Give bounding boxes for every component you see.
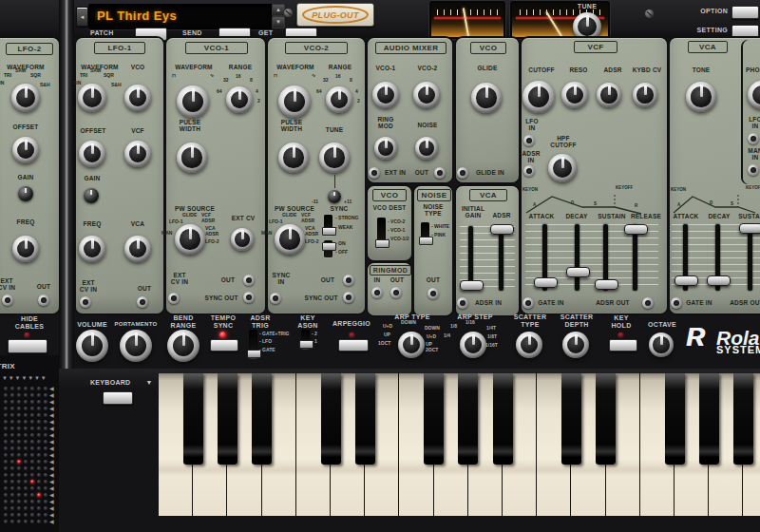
black-key[interactable] bbox=[321, 373, 341, 465]
vco2-pw-source-knob[interactable] bbox=[275, 224, 305, 255]
matrix-pin[interactable] bbox=[24, 486, 28, 490]
matrix-pin[interactable] bbox=[10, 493, 14, 497]
matrix-pin[interactable] bbox=[37, 520, 41, 523]
collapse-arrow-button[interactable]: ◂ bbox=[76, 7, 88, 27]
matrix-pin[interactable] bbox=[30, 407, 34, 410]
matrix-pin[interactable] bbox=[44, 427, 48, 430]
matrix-pin[interactable] bbox=[17, 453, 21, 457]
matrix-pin[interactable] bbox=[30, 466, 34, 470]
matrix-pin[interactable] bbox=[24, 400, 28, 404]
matrix-pin[interactable] bbox=[10, 440, 14, 444]
matrix-pin[interactable] bbox=[24, 393, 28, 397]
lfo1-ext-cv-in-jack[interactable] bbox=[80, 296, 91, 308]
matrix-pin[interactable] bbox=[24, 473, 28, 477]
vca-attack-slider[interactable] bbox=[683, 224, 688, 291]
vca-lfo-in-jack[interactable] bbox=[748, 133, 759, 144]
matrix-pin[interactable] bbox=[30, 520, 34, 523]
matrix-pin[interactable] bbox=[10, 407, 14, 410]
matrix-pin[interactable] bbox=[17, 520, 21, 523]
matrix-pin[interactable] bbox=[4, 387, 8, 390]
vco2-fine-tune-knob[interactable] bbox=[328, 190, 341, 203]
matrix-pin[interactable] bbox=[37, 446, 41, 450]
matrix-pin[interactable] bbox=[24, 420, 28, 424]
matrix-pin[interactable] bbox=[17, 440, 21, 444]
matrix-pin[interactable] bbox=[17, 480, 21, 484]
vcf-cutoff-knob[interactable] bbox=[522, 81, 555, 113]
black-key[interactable] bbox=[458, 373, 478, 465]
matrix-pin[interactable] bbox=[24, 407, 28, 410]
glide-knob[interactable] bbox=[471, 83, 502, 113]
black-key[interactable] bbox=[699, 373, 719, 465]
keyboard-collapse-icon[interactable]: ▼ bbox=[144, 379, 154, 387]
piano-keyboard[interactable] bbox=[159, 373, 760, 516]
matrix-pin[interactable] bbox=[44, 420, 48, 424]
vcf-sustain-slider[interactable] bbox=[603, 224, 608, 291]
matrix-pin[interactable] bbox=[10, 500, 14, 504]
matrix-pin[interactable] bbox=[44, 413, 48, 417]
matrix-pin[interactable] bbox=[17, 513, 21, 517]
vca-sustain-slider[interactable] bbox=[748, 224, 752, 291]
matrix-pin[interactable] bbox=[44, 400, 48, 404]
matrix-pin[interactable] bbox=[24, 440, 28, 444]
matrix-pin[interactable] bbox=[4, 413, 8, 417]
matrix-pin[interactable] bbox=[17, 393, 21, 397]
matrix-pin[interactable] bbox=[44, 446, 48, 450]
vcf-reso-knob[interactable] bbox=[561, 82, 588, 108]
matrix-pin[interactable] bbox=[44, 466, 48, 470]
matrix-pin[interactable] bbox=[17, 473, 21, 477]
matrix-pin[interactable] bbox=[17, 400, 21, 404]
matrix-pin[interactable] bbox=[17, 446, 21, 450]
matrix-pin[interactable] bbox=[10, 393, 14, 397]
matrix-pin[interactable] bbox=[17, 413, 21, 417]
matrix-pin[interactable] bbox=[24, 500, 28, 504]
matrix-pin[interactable] bbox=[24, 387, 28, 390]
option-button[interactable] bbox=[732, 6, 759, 19]
matrix-pin[interactable] bbox=[24, 446, 28, 450]
matrix-pin[interactable] bbox=[30, 427, 34, 430]
matrix-pin[interactable] bbox=[24, 427, 28, 430]
matrix-pin[interactable] bbox=[37, 427, 41, 430]
matrix-pin[interactable] bbox=[37, 393, 41, 397]
matrix-pin[interactable] bbox=[30, 433, 34, 437]
lfo2-out-jack[interactable] bbox=[38, 294, 49, 306]
matrix-pin[interactable] bbox=[37, 480, 41, 484]
setting-button[interactable] bbox=[732, 25, 759, 38]
vco1-waveform-knob[interactable] bbox=[177, 86, 209, 118]
matrix-pin[interactable] bbox=[17, 433, 21, 437]
matrix-pin[interactable] bbox=[24, 493, 28, 497]
matrix-pin[interactable] bbox=[44, 387, 48, 390]
matrix-pin[interactable] bbox=[4, 473, 8, 477]
portamento-knob[interactable] bbox=[120, 330, 152, 362]
lfo2-waveform-knob[interactable] bbox=[11, 84, 40, 112]
matrix-pin[interactable] bbox=[10, 473, 14, 477]
matrix-pin[interactable] bbox=[17, 420, 21, 424]
vco2-sync-in-jack[interactable] bbox=[270, 293, 281, 304]
matrix-pin[interactable] bbox=[17, 466, 21, 470]
vco1-out-jack[interactable] bbox=[243, 275, 255, 286]
mixer-ring-mod-knob[interactable] bbox=[374, 137, 397, 160]
matrix-pin[interactable] bbox=[30, 453, 34, 457]
vca-adsr-in-jack[interactable] bbox=[457, 297, 468, 309]
matrix-pin[interactable] bbox=[10, 453, 14, 457]
matrix-pin[interactable] bbox=[24, 466, 28, 470]
vco2-sync-out-jack[interactable] bbox=[343, 292, 354, 303]
matrix-pin[interactable] bbox=[44, 493, 48, 497]
vco1-pw-source-knob[interactable] bbox=[175, 224, 205, 255]
scatter-type-knob[interactable] bbox=[516, 332, 542, 358]
matrix-pin[interactable] bbox=[44, 393, 48, 397]
vcf-release-slider[interactable] bbox=[633, 224, 637, 291]
matrix-pin[interactable] bbox=[30, 393, 34, 397]
matrix-pin[interactable] bbox=[24, 460, 28, 464]
matrix-pin[interactable] bbox=[37, 407, 41, 410]
tempo-sync-button[interactable] bbox=[210, 339, 238, 352]
black-key[interactable] bbox=[183, 373, 203, 465]
matrix-pin[interactable] bbox=[30, 473, 34, 477]
matrix-pin[interactable] bbox=[4, 440, 8, 444]
matrix-pin[interactable] bbox=[30, 486, 34, 490]
matrix-pin[interactable] bbox=[10, 506, 14, 510]
lfo2-offset-knob[interactable] bbox=[12, 137, 39, 163]
matrix-pin[interactable] bbox=[44, 440, 48, 444]
matrix-pin-lit[interactable] bbox=[37, 493, 41, 497]
matrix-pin[interactable] bbox=[24, 506, 28, 510]
matrix-pin[interactable] bbox=[10, 520, 14, 523]
